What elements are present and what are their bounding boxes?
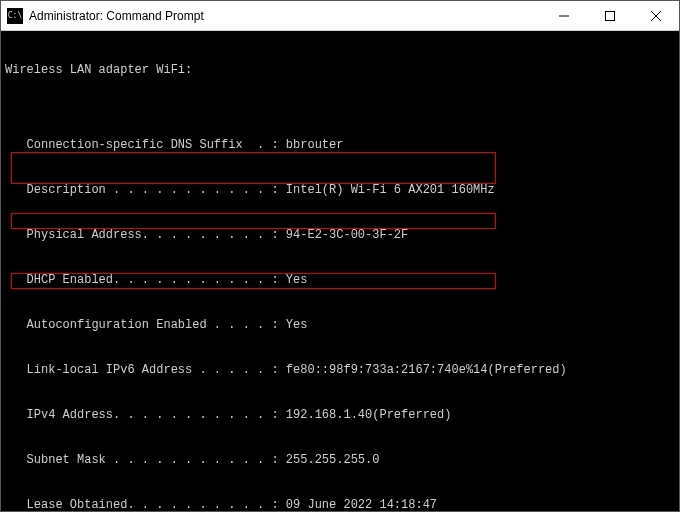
minimize-button[interactable]: [541, 1, 587, 30]
output-line: Connection-specific DNS Suffix . : bbrou…: [5, 138, 675, 153]
output-line: Subnet Mask . . . . . . . . . . . : 255.…: [5, 453, 675, 468]
output-line: Wireless LAN adapter WiFi:: [5, 63, 675, 78]
window-controls: [541, 1, 679, 30]
output-line: Description . . . . . . . . . . . : Inte…: [5, 183, 675, 198]
maximize-button[interactable]: [587, 1, 633, 30]
highlight-ipv4-subnet: [11, 152, 496, 184]
output-line: Autoconfiguration Enabled . . . . : Yes: [5, 318, 675, 333]
output-line: Link-local IPv6 Address . . . . . : fe80…: [5, 363, 675, 378]
output-line: IPv4 Address. . . . . . . . . . . : 192.…: [5, 408, 675, 423]
output-line: Physical Address. . . . . . . . . : 94-E…: [5, 228, 675, 243]
terminal-output[interactable]: Wireless LAN adapter WiFi: Connection-sp…: [1, 31, 679, 511]
output-line: DHCP Enabled. . . . . . . . . . . : Yes: [5, 273, 675, 288]
output-line: Lease Obtained. . . . . . . . . . : 09 J…: [5, 498, 675, 511]
titlebar[interactable]: C:\ Administrator: Command Prompt: [1, 1, 679, 31]
svg-rect-1: [606, 11, 615, 20]
command-prompt-window: C:\ Administrator: Command Prompt Wirele…: [0, 0, 680, 512]
cmd-icon: C:\: [7, 8, 23, 24]
close-button[interactable]: [633, 1, 679, 30]
window-title: Administrator: Command Prompt: [29, 9, 541, 23]
highlight-gateway: [11, 213, 496, 229]
